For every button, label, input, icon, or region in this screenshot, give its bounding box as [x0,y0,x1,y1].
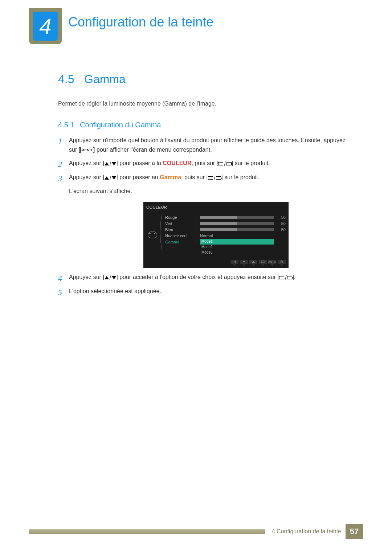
step-3-note: L'écran suivant s'affiche. [69,186,352,196]
osd-rows: Rouge: 50 Vert: 50 Bleu: [165,214,286,255]
chapter-number: 4 [33,12,58,41]
step-3: 3 Appuyez sur [/] pour passer au Gamma, … [58,173,352,268]
gamma-option: Mode1 [200,239,274,245]
gamma-dropdown: Mode1 Mode2 Mode3 [200,239,274,255]
osd-row-bleu: Bleu: 50 [165,227,286,233]
nav-up-icon [249,260,257,266]
chapter-tab: 4 [29,8,62,44]
svg-marker-2 [252,261,255,263]
step-2: 2 Appuyez sur [/] pour passer à la COULE… [58,159,352,168]
nav-back-icon [230,260,238,266]
osd-arc [159,214,165,255]
gamma-option: Mode2 [200,245,274,250]
osd-row-gamma: Gamma: Mode1 Mode2 Mode3 [165,239,286,255]
steps-list: 1 Appuyez sur n'importe quel bouton à l'… [58,136,352,296]
subsection-name: Configuration du Gamma [80,121,161,129]
page-header: 4 Configuration de la teinte [29,8,363,44]
gamma-option: Mode3 [200,250,274,255]
osd-row-nuance: Nuance coul.: Normal [165,233,286,239]
section-number: 4.5 [58,73,84,86]
step-4: 4 Appuyez sur [/] pour accéder à l'optio… [58,272,352,282]
svg-rect-3 [261,261,264,263]
osd-nav-bar: AUTO [146,260,286,266]
enter-source-icon: / [208,173,221,183]
header-rule [219,22,363,22]
page-footer: 4 Configuration de la teinte 57 [29,524,363,539]
step-number: 2 [58,158,62,171]
nav-down-icon [240,260,248,266]
slider-bar [200,216,274,219]
nav-auto-label: AUTO [268,260,276,266]
step-number: 3 [58,172,62,185]
osd-screenshot: COULEUR Rouge: 50 [80,202,352,268]
step-1: 1 Appuyez sur n'importe quel bouton à l'… [58,136,352,154]
palette-icon [146,214,159,255]
content: 4.5Gamma Permet de régler la luminosité … [58,73,352,296]
svg-marker-0 [234,260,236,263]
osd-row-rouge: Rouge: 50 [165,214,286,221]
osd-panel: COULEUR Rouge: 50 [143,202,289,268]
step-number: 4 [58,272,62,284]
footer-bar [29,529,265,534]
up-down-icon: / [105,173,116,183]
slider-bar [200,228,274,231]
enter-source-icon: / [279,273,292,283]
slider-bar [200,222,274,225]
couleur-highlight: COULEUR [163,160,191,166]
up-down-icon: / [105,273,116,283]
section-intro: Permet de régler la luminosité moyenne (… [58,100,352,107]
chapter-title: Configuration de la teinte [68,15,213,30]
svg-marker-1 [242,261,245,263]
section-title: 4.5Gamma [58,73,352,86]
osd-row-vert: Vert: 50 [165,221,286,227]
nav-enter-icon [259,260,267,266]
step-number: 5 [58,286,62,299]
footer-page-number: 57 [346,524,363,539]
enter-source-icon: / [218,159,231,169]
gamma-highlight: Gamma [160,174,181,180]
subsection-title: 4.5.1Configuration du Gamma [58,121,352,129]
section-name: Gamma [84,73,126,86]
step-5: 5 L'option sélectionnée est appliquée. [58,287,352,296]
osd-title: COULEUR [146,204,286,211]
subsection-number: 4.5.1 [58,121,80,129]
nav-power-icon [278,260,286,266]
step-number: 1 [58,135,62,148]
menu-button-label: MENU [80,147,93,153]
footer-text: 4 Configuration de la teinte [272,528,341,535]
up-down-icon: / [105,159,116,169]
